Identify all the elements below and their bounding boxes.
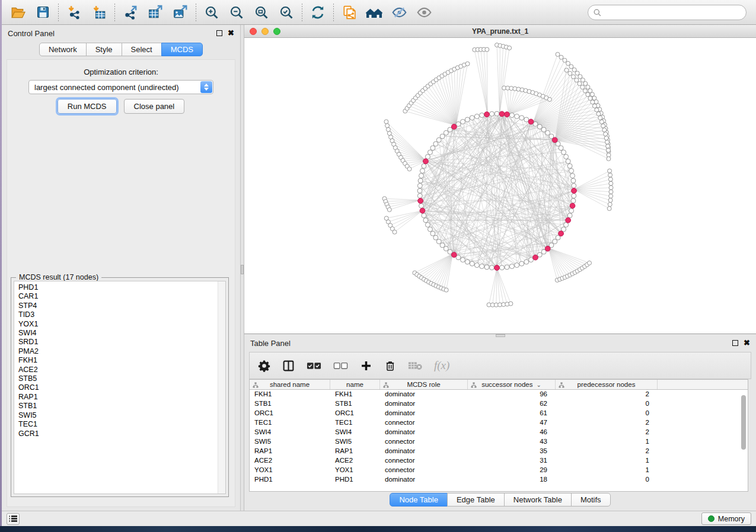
- screen: Control Panel ✖ NetworkStyleSelectMCDS O…: [0, 0, 756, 532]
- show-columns-icon[interactable]: [282, 360, 295, 372]
- column-header-MCDS-role[interactable]: MCDS role: [380, 380, 468, 389]
- open-file-button[interactable]: [5, 2, 30, 23]
- mcds-result-item[interactable]: GCR1: [18, 430, 225, 438]
- table-row[interactable]: RAP1RAP1dominator352: [250, 447, 748, 456]
- mcds-result-scrollbar[interactable]: [218, 281, 225, 493]
- mcds-result-item[interactable]: RAP1: [18, 393, 225, 402]
- first-neighbors-button[interactable]: [362, 2, 387, 23]
- mcds-result-item[interactable]: CAR1: [18, 292, 225, 301]
- window-close-button[interactable]: [250, 28, 257, 35]
- tab-network-table[interactable]: Network Table: [504, 493, 572, 507]
- save-session-button[interactable]: [30, 2, 55, 23]
- export-table-button[interactable]: [143, 2, 168, 23]
- save-floppy-icon: [36, 5, 50, 20]
- table-row[interactable]: SWI5SWI5connector431: [250, 437, 748, 447]
- main-area: Control Panel ✖ NetworkStyleSelectMCDS O…: [2, 25, 756, 511]
- mcds-result-item[interactable]: ACE2: [18, 366, 225, 374]
- table-body: FKH1FKH1dominator962STB1STB1dominator620…: [250, 390, 748, 485]
- table-cell: SWI4: [330, 428, 380, 437]
- table-cell: SWI5: [330, 437, 380, 447]
- mcds-result-item[interactable]: SWI4: [18, 329, 225, 338]
- mcds-result-item[interactable]: SWI5: [18, 411, 225, 420]
- toolbar-separator: [302, 4, 302, 21]
- mcds-result-item[interactable]: PHD1: [18, 283, 225, 292]
- tab-motifs[interactable]: Motifs: [571, 493, 611, 507]
- deselect-all-checkboxes-icon[interactable]: [333, 361, 348, 370]
- table-scrollbar[interactable]: [741, 393, 747, 488]
- mcds-result-item[interactable]: FKH1: [18, 356, 225, 365]
- task-history-button[interactable]: [7, 513, 20, 525]
- export-network-icon: [123, 5, 138, 20]
- mcds-result-item[interactable]: STB1: [18, 402, 225, 411]
- float-panel-icon[interactable]: [216, 30, 222, 36]
- table-row[interactable]: PHD1PHD1dominator180: [250, 475, 748, 485]
- tab-mcds[interactable]: MCDS: [161, 43, 203, 56]
- float-panel-icon[interactable]: [732, 340, 738, 346]
- table-cell: dominator: [380, 475, 468, 485]
- export-image-button[interactable]: [168, 2, 193, 23]
- toolbar-separator: [114, 4, 115, 21]
- zoom-out-button[interactable]: [224, 2, 249, 23]
- tab-node-table[interactable]: Node Table: [390, 493, 448, 507]
- column-header-predecessor-nodes[interactable]: predecessor nodes: [556, 380, 658, 389]
- table-row[interactable]: ORC1ORC1dominator610: [250, 409, 748, 418]
- table-row[interactable]: ACE2ACE2connector311: [250, 456, 748, 466]
- close-panel-icon[interactable]: ✖: [744, 340, 750, 346]
- window-zoom-button[interactable]: [273, 28, 280, 35]
- mcds-result-item[interactable]: SRD1: [18, 338, 225, 347]
- column-header-successor-nodes[interactable]: successor nodes⌄: [468, 380, 556, 389]
- vertical-splitter[interactable]: [240, 25, 244, 511]
- table-row[interactable]: TEC1TEC1connector472: [250, 418, 748, 428]
- hide-details-button[interactable]: [387, 2, 412, 23]
- table-panel: Table Panel ✖ f(x): [244, 334, 756, 511]
- import-network-button[interactable]: [62, 2, 87, 23]
- column-header-name[interactable]: name: [330, 380, 380, 389]
- select-all-checkboxes-icon[interactable]: [307, 361, 321, 370]
- settings-gear-icon[interactable]: [258, 360, 270, 372]
- tab-select[interactable]: Select: [122, 43, 162, 56]
- tab-edge-table[interactable]: Edge Table: [447, 493, 505, 507]
- mcds-result-item[interactable]: YOX1: [18, 320, 225, 329]
- sort-chevron-icon[interactable]: ⌄: [536, 382, 541, 388]
- table-scrollbar-thumb[interactable]: [741, 395, 746, 450]
- import-table-button[interactable]: [87, 2, 111, 23]
- run-mcds-button[interactable]: Run MCDS: [58, 99, 117, 114]
- column-header-label: shared name: [270, 381, 310, 388]
- splitter-handle[interactable]: [241, 265, 244, 274]
- zoom-selected-button[interactable]: [274, 2, 299, 23]
- memory-button[interactable]: Memory: [701, 512, 751, 525]
- refresh-icon: [310, 5, 326, 20]
- zoom-in-button[interactable]: [199, 2, 224, 23]
- mcds-result-item[interactable]: PMA2: [18, 347, 225, 356]
- eye-icon: [416, 5, 432, 20]
- mcds-result-item[interactable]: TID3: [18, 310, 225, 319]
- criterion-dropdown[interactable]: largest connected component (undirected): [28, 80, 213, 94]
- table-row[interactable]: SWI4SWI4dominator462: [250, 428, 748, 437]
- window-minimize-button[interactable]: [261, 28, 269, 35]
- duplicate-network-button[interactable]: [337, 2, 362, 23]
- tab-network[interactable]: Network: [39, 43, 87, 56]
- table-row[interactable]: STB1STB1dominator620: [250, 399, 748, 409]
- mcds-result-item[interactable]: ORC1: [18, 383, 225, 392]
- network-canvas[interactable]: [244, 38, 756, 334]
- export-network-button[interactable]: [118, 2, 143, 23]
- search-input[interactable]: [588, 5, 747, 20]
- table-row[interactable]: YOX1YOX1connector291: [250, 466, 748, 475]
- mcds-result-item[interactable]: STB5: [18, 374, 225, 383]
- refresh-button[interactable]: [305, 2, 330, 23]
- table-cell: 18: [468, 475, 556, 485]
- close-panel-button[interactable]: Close panel: [124, 99, 185, 114]
- tab-style[interactable]: Style: [86, 43, 122, 56]
- close-panel-icon[interactable]: ✖: [228, 30, 234, 36]
- zoom-fit-button[interactable]: [249, 2, 274, 23]
- show-details-button[interactable]: [412, 2, 436, 23]
- mcds-result-item[interactable]: STP4: [18, 302, 225, 310]
- mcds-result-item[interactable]: TEC1: [18, 420, 225, 429]
- table-row[interactable]: FKH1FKH1dominator962: [250, 390, 748, 399]
- delete-column-icon[interactable]: [384, 360, 396, 372]
- column-header-shared-name[interactable]: shared name: [250, 380, 330, 389]
- table-cell: 2: [556, 447, 658, 456]
- table-cell: 31: [468, 456, 556, 466]
- add-column-icon[interactable]: [360, 360, 372, 372]
- hierarchy-icon: [471, 382, 477, 388]
